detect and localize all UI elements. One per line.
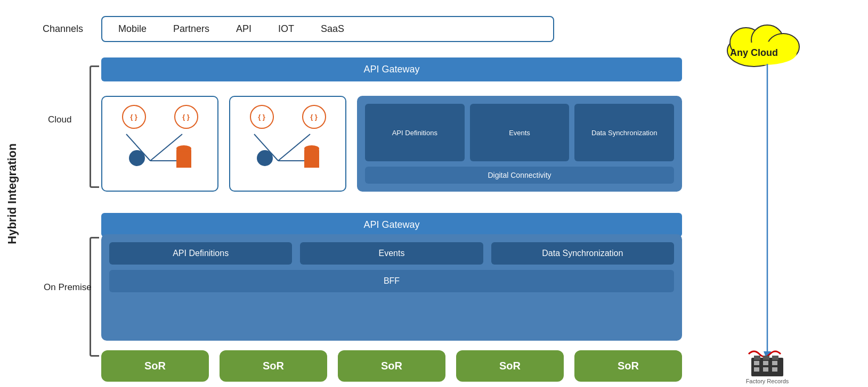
- onprem-label: On Premise: [44, 282, 92, 293]
- channels-box: Mobile Partners API IOT SaaS: [101, 16, 554, 42]
- api-gateway-bottom: API Gateway: [101, 213, 682, 237]
- json-icon-1: { }: [122, 105, 146, 129]
- factory-records-label: Factory Records: [746, 378, 789, 384]
- svg-line-3: [254, 134, 278, 161]
- svg-rect-23: [772, 367, 777, 372]
- channel-mobile: Mobile: [118, 23, 147, 35]
- hybrid-integration-label: Hybrid Integration: [5, 143, 19, 244]
- json-icon-4: { }: [302, 105, 326, 129]
- onprem-chip-datasync: Data Synchronization: [491, 242, 674, 265]
- dc-chip-events: Events: [470, 104, 570, 161]
- cloud-section: { } { } { } { }: [101, 85, 682, 202]
- sor-box-2: SoR: [220, 350, 327, 382]
- db-cylinder-left: [176, 149, 191, 168]
- onprem-bracket: [90, 237, 99, 357]
- svg-rect-16: [763, 356, 769, 360]
- onprem-bff: BFF: [109, 270, 674, 292]
- factory-icon: [746, 346, 789, 378]
- channels-label: Channels: [43, 23, 91, 35]
- channels-row: Channels Mobile Partners API IOT SaaS: [43, 16, 682, 42]
- svg-rect-20: [772, 361, 777, 365]
- channel-api: API: [236, 23, 252, 35]
- svg-rect-21: [754, 367, 759, 372]
- onprem-top-row: API Definitions Events Data Synchronizat…: [109, 242, 674, 265]
- digital-connectivity-label: Digital Connectivity: [365, 167, 674, 184]
- channel-partners: Partners: [173, 23, 209, 35]
- cloud-diagram-box-right: { } { }: [229, 96, 346, 192]
- svg-rect-14: [751, 358, 783, 376]
- sor-box-3: SoR: [338, 350, 445, 382]
- json-icon-3: { }: [250, 105, 274, 129]
- any-cloud-section: Any Cloud: [725, 16, 810, 384]
- db-cylinder-right: [304, 149, 319, 168]
- svg-rect-17: [772, 356, 778, 360]
- channel-saas: SaaS: [321, 23, 344, 35]
- svg-line-0: [126, 134, 150, 161]
- cloud-diagram-box-left: { } { }: [101, 96, 218, 192]
- cloud-bracket: [90, 65, 99, 188]
- onprem-chip-api: API Definitions: [109, 242, 292, 265]
- svg-rect-15: [754, 356, 760, 360]
- onprem-section: API Definitions Events Data Synchronizat…: [101, 234, 682, 341]
- factory-records-section: Factory Records: [746, 346, 789, 384]
- onprem-chip-events: Events: [300, 242, 483, 265]
- any-cloud-icon: Any Cloud: [725, 16, 810, 69]
- svg-rect-22: [763, 367, 768, 372]
- api-gateway-top: API Gateway: [101, 57, 682, 81]
- sor-row: SoR SoR SoR SoR SoR: [101, 350, 682, 382]
- svg-text:Any Cloud: Any Cloud: [730, 47, 778, 58]
- sor-box-5: SoR: [574, 350, 682, 382]
- digital-connectivity-box: API Definitions Events Data Synchronizat…: [357, 96, 682, 192]
- json-icon-2: { }: [174, 105, 198, 129]
- cloud-label: Cloud: [48, 114, 71, 125]
- cloud-arrow: [762, 64, 773, 362]
- svg-rect-19: [763, 361, 768, 365]
- dc-chip-data-sync: Data Synchronization: [574, 104, 674, 161]
- sor-box-1: SoR: [101, 350, 209, 382]
- channel-iot: IOT: [278, 23, 294, 35]
- svg-rect-18: [754, 361, 759, 365]
- sor-box-4: SoR: [456, 350, 564, 382]
- diagram-area: Channels Mobile Partners API IOT SaaS Cl…: [32, 11, 821, 378]
- dc-chip-api-definitions: API Definitions: [365, 104, 465, 161]
- dc-top-row: API Definitions Events Data Synchronizat…: [365, 104, 674, 161]
- main-container: Hybrid Integration Channels Mobile Partn…: [0, 0, 868, 387]
